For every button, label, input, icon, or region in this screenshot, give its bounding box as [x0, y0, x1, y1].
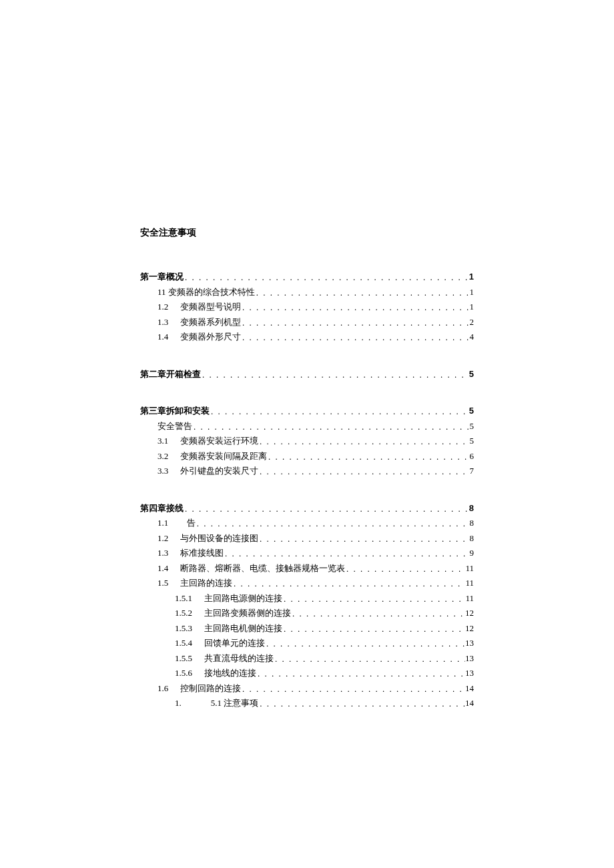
toc-entry-number: 1.	[175, 697, 204, 710]
toc-entry-title: 变频器安装运行环境	[180, 434, 258, 448]
toc-leader-dots	[256, 667, 465, 681]
toc-page: 安全注意事项 第一章概况111 变频器的综合技术特性11.2变频器型号说明11.…	[0, 0, 614, 867]
toc-chapter-title: 第三章拆卸和安装	[140, 404, 210, 418]
toc-entry-title: 控制回路的连接	[180, 682, 241, 695]
toc-entry-title: 安全警告	[158, 420, 192, 433]
toc-chapter: 第一章概况111 变频器的综合技术特性11.2变频器型号说明11.3变频器系列机…	[140, 270, 474, 344]
toc-chapter-heading: 第二章开箱检查5	[140, 368, 474, 381]
toc-entry: 1.2变频器型号说明1	[140, 300, 474, 314]
toc-page-number: 1	[470, 286, 475, 299]
toc-entry-number: 3.1	[158, 434, 180, 448]
toc-chapter: 第三章拆卸和安装5安全警告53.1变频器安装运行环境53.2变频器安装间隔及距离…	[140, 404, 474, 478]
toc-page-number: 9	[470, 546, 475, 560]
toc-entry-title: 变频器型号说明	[180, 300, 241, 314]
toc-chapter-heading: 第四章接线8	[140, 502, 474, 515]
toc-page-number: 5	[470, 420, 475, 433]
toc-page-number: 1	[469, 270, 474, 284]
toc-entry-title: 与外围设备的连接图	[180, 532, 258, 545]
toc-entry-number: 1.3	[158, 316, 180, 329]
toc-entry: 1. 5.1 注意事项14	[140, 697, 474, 710]
toc-entry-title: 变频器外形尺寸	[180, 330, 241, 344]
toc-page-number: 11	[465, 576, 474, 590]
table-of-contents: 第一章概况111 变频器的综合技术特性11.2变频器型号说明11.3变频器系列机…	[140, 270, 474, 710]
toc-leader-dots	[291, 607, 465, 620]
toc-leader-dots	[255, 286, 470, 300]
toc-entry-title: 告	[187, 516, 196, 530]
toc-page-number: 11	[465, 562, 474, 575]
toc-page-number: 13	[465, 636, 474, 650]
toc-entry-number: 1.2	[158, 532, 180, 545]
toc-leader-dots	[196, 517, 470, 530]
toc-entry: 1.3标准接线图9	[140, 546, 474, 560]
toc-leader-dots	[224, 547, 470, 560]
toc-chapter-title: 第二章开箱检查	[140, 368, 201, 381]
toc-entry: 1.1 告8	[140, 516, 474, 530]
toc-entry: 1.5主回路的连接11	[140, 576, 474, 590]
toc-chapter: 第四章接线81.1 告81.2与外围设备的连接图81.3标准接线图91.4断路器…	[140, 502, 474, 710]
toc-page-number: 14	[465, 682, 474, 695]
toc-entry: 1.2与外围设备的连接图8	[140, 532, 474, 545]
toc-page-number: 13	[465, 652, 474, 665]
toc-entry-title: 接地线的连接	[204, 667, 256, 680]
toc-page-number: 2	[470, 316, 475, 329]
toc-entry-title: 主回路变频器侧的连接	[204, 606, 291, 620]
toc-leader-dots	[241, 316, 470, 330]
toc-entry: 1.5.5共直流母线的连接13	[140, 652, 474, 665]
toc-page-number: 1	[470, 300, 475, 314]
toc-page-number: 4	[470, 330, 475, 344]
toc-entry-gap	[180, 516, 187, 530]
toc-leader-dots	[282, 592, 465, 606]
toc-entry: 1.4变频器外形尺寸4	[140, 330, 474, 344]
toc-leader-dots	[241, 683, 465, 696]
toc-entry: 1.5.6接地线的连接13	[140, 667, 474, 680]
toc-entry-number: 1.5	[158, 576, 180, 590]
toc-leader-dots	[345, 562, 465, 576]
toc-leader-dots	[192, 420, 470, 434]
toc-entry-title: 变频器安装间隔及距离	[180, 450, 267, 463]
toc-entry-number: 1.5.3	[175, 622, 204, 635]
toc-entry-title: 共直流母线的连接	[204, 652, 274, 665]
toc-entry: 1.5.1主回路电源侧的连接11	[140, 592, 474, 605]
toc-page-number: 8	[470, 516, 475, 530]
toc-chapter-title: 第一章概况	[140, 270, 184, 284]
toc-page-number: 12	[465, 622, 474, 635]
toc-entry-title: 断路器、熔断器、电缆、接触器规格一览表	[180, 562, 345, 575]
toc-page-number: 11	[465, 592, 474, 605]
toc-leader-dots	[241, 301, 470, 314]
toc-entry-title: 回馈单元的连接	[204, 636, 265, 650]
toc-entry-number: 1.4	[158, 330, 180, 344]
toc-entry-number: 3.3	[158, 464, 180, 478]
toc-page-number: 8	[470, 532, 475, 545]
toc-page-number: 8	[469, 502, 474, 515]
toc-page-number: 12	[465, 606, 474, 620]
toc-leader-dots	[210, 405, 469, 418]
toc-leader-dots	[258, 435, 470, 448]
toc-leader-dots	[184, 271, 469, 284]
toc-entry: 1.5.4回馈单元的连接13	[140, 636, 474, 650]
toc-chapter-heading: 第三章拆卸和安装5	[140, 404, 474, 418]
toc-entry: 1.4断路器、熔断器、电缆、接触器规格一览表11	[140, 562, 474, 575]
toc-page-number: 5	[469, 368, 474, 381]
toc-page-number: 5	[469, 404, 474, 418]
toc-page-number: 6	[470, 450, 475, 463]
toc-page-number: 7	[470, 464, 475, 478]
toc-entry: 1.5.2主回路变频器侧的连接12	[140, 606, 474, 620]
safety-heading: 安全注意事项	[140, 226, 474, 240]
toc-entry-number: 1.5.4	[175, 636, 204, 650]
toc-entry-number: 1.5.2	[175, 606, 204, 620]
toc-entry-title: 主回路电源侧的连接	[204, 592, 282, 605]
toc-entry: 11 变频器的综合技术特性1	[140, 286, 474, 299]
toc-entry: 安全警告5	[140, 420, 474, 433]
toc-entry-number: 1.5.1	[175, 592, 204, 605]
toc-leader-dots	[201, 368, 469, 382]
toc-entry: 3.2变频器安装间隔及距离6	[140, 450, 474, 463]
toc-leader-dots	[258, 465, 470, 478]
toc-entry-title: 11 变频器的综合技术特性	[158, 286, 255, 299]
toc-entry-number: 1.3	[158, 546, 180, 560]
toc-entry-title: 变频器系列机型	[180, 316, 241, 329]
toc-entry-title: 主回路的连接	[180, 576, 232, 590]
toc-chapter-title: 第四章接线	[140, 502, 184, 515]
toc-entry: 1.3变频器系列机型2	[140, 316, 474, 329]
toc-leader-dots	[265, 637, 465, 650]
toc-entry-number: 1.2	[158, 300, 180, 314]
